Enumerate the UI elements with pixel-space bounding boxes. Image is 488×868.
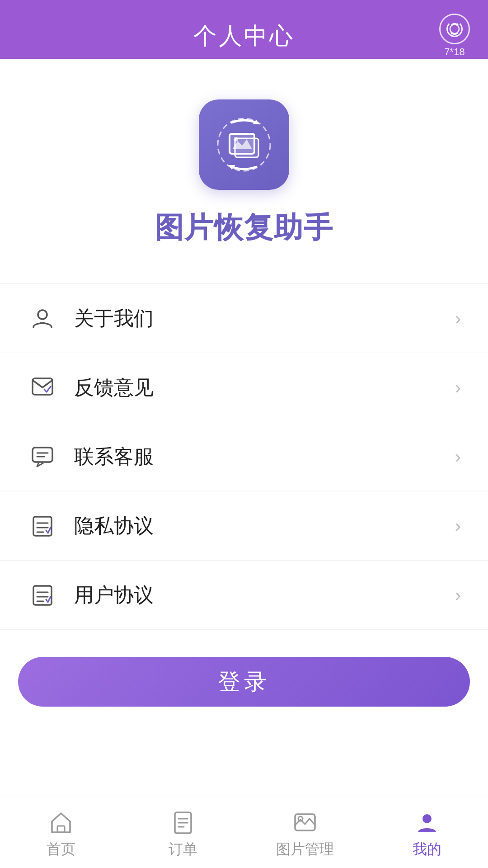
chat-icon (27, 441, 58, 472)
menu-item-feedback[interactable]: 反馈意见 › (0, 353, 488, 422)
nav-item-orders[interactable]: 订单 (122, 805, 244, 859)
svg-point-9 (38, 310, 47, 319)
app-icon (199, 99, 289, 190)
chevron-contact: › (455, 447, 461, 467)
svg-point-29 (298, 816, 303, 821)
badge-text: 7*18 (444, 46, 465, 58)
nav-label-home: 首页 (47, 840, 75, 859)
menu-label-feedback: 反馈意见 (74, 374, 455, 401)
chevron-about: › (455, 308, 461, 329)
chevron-agreement: › (455, 585, 461, 605)
svg-rect-23 (57, 826, 65, 832)
nav-item-mine[interactable]: 我的 (366, 805, 488, 859)
svg-rect-15 (33, 517, 52, 536)
svg-point-30 (422, 814, 432, 823)
menu-label-contact: 联系客服 (74, 443, 455, 470)
login-button[interactable]: 登录 (18, 657, 470, 707)
feedback-icon (27, 372, 58, 403)
svg-rect-12 (33, 448, 52, 462)
nav-label-mine: 我的 (413, 840, 441, 859)
svg-point-0 (450, 24, 459, 33)
agreement-icon (27, 580, 58, 610)
svg-marker-1 (455, 23, 459, 25)
orders-icon (170, 810, 196, 835)
menu-item-contact[interactable]: 联系客服 › (0, 422, 488, 491)
version-badge: 7*18 (439, 14, 470, 58)
menu-label-privacy: 隐私协议 (74, 513, 455, 539)
menu-item-agreement[interactable]: 用户协议 › (0, 561, 488, 630)
badge-icon (439, 14, 470, 44)
svg-marker-2 (450, 33, 454, 35)
app-name: 图片恢复助手 (155, 208, 333, 247)
menu-list: 关于我们 › 反馈意见 › 联系客服 › (0, 283, 488, 630)
svg-point-3 (218, 118, 270, 171)
photos-icon (292, 810, 318, 835)
person-icon (27, 303, 58, 334)
home-icon (48, 810, 74, 835)
nav-item-photos[interactable]: 图片管理 (244, 805, 366, 859)
mine-icon (414, 810, 440, 835)
nav-label-photos: 图片管理 (276, 840, 334, 859)
bottom-nav: 首页 订单 图片管理 我的 (0, 796, 488, 868)
nav-item-home[interactable]: 首页 (0, 805, 122, 859)
svg-rect-10 (40, 322, 45, 324)
nav-label-orders: 订单 (169, 840, 197, 859)
app-icon-inner (212, 113, 276, 176)
page-title: 个人中心 (193, 20, 295, 52)
menu-label-agreement: 用户协议 (74, 582, 455, 609)
login-section: 登录 (0, 630, 488, 725)
menu-item-about[interactable]: 关于我们 › (0, 283, 488, 353)
app-section: 图片恢复助手 (0, 59, 488, 283)
header: 个人中心 7*18 (0, 0, 488, 59)
privacy-icon (27, 510, 58, 541)
chevron-privacy: › (455, 516, 461, 536)
chevron-feedback: › (455, 377, 461, 398)
menu-label-about: 关于我们 (74, 305, 455, 332)
svg-rect-19 (33, 586, 52, 605)
menu-item-privacy[interactable]: 隐私协议 › (0, 491, 488, 561)
